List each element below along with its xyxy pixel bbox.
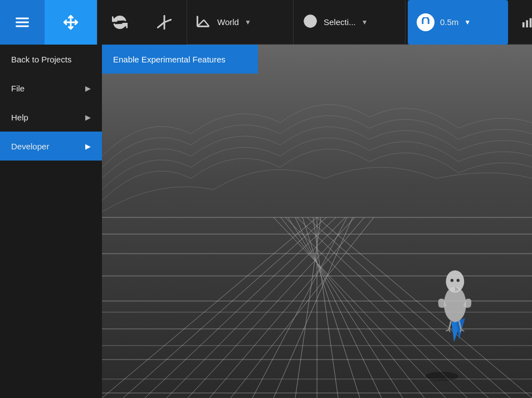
svg-line-8 (197, 20, 204, 27)
move-button[interactable] (45, 0, 97, 45)
menu-item-back[interactable]: Back to Projects (0, 45, 102, 74)
svg-point-55 (446, 270, 464, 293)
svg-point-10 (308, 18, 313, 23)
scene (102, 45, 532, 398)
menu-item-developer[interactable]: Developer ▶ (0, 132, 102, 161)
hamburger-button[interactable] (0, 0, 45, 45)
world-label: World (217, 17, 239, 27)
target-icon (302, 13, 318, 31)
magnet-icon (417, 13, 435, 31)
svg-rect-17 (523, 22, 525, 27)
snap-dropdown[interactable]: 0.5m ▼ (408, 0, 508, 45)
world-chevron: ▼ (245, 18, 251, 26)
svg-line-5 (164, 20, 171, 22)
svg-line-61 (449, 329, 450, 332)
svg-rect-19 (530, 18, 532, 27)
world-dropdown[interactable]: World ▼ (187, 0, 293, 45)
selection-dropdown[interactable]: Selecti... ▼ (294, 0, 405, 45)
file-arrow: ▶ (85, 84, 91, 93)
axis-button[interactable] (142, 0, 187, 45)
help-arrow: ▶ (85, 113, 91, 122)
selection-label: Selecti... (324, 17, 356, 27)
menu-item-file[interactable]: File ▶ (0, 74, 102, 103)
stats-button[interactable]: Stats (510, 0, 532, 45)
svg-point-53 (425, 372, 458, 381)
svg-rect-15 (422, 22, 423, 24)
developer-label: Developer (11, 142, 49, 151)
developer-arrow: ▶ (85, 142, 91, 151)
separator-4 (405, 0, 406, 45)
back-label: Back to Projects (11, 55, 71, 64)
svg-line-62 (461, 329, 464, 331)
coordinate-icon (196, 13, 212, 31)
svg-rect-16 (428, 22, 429, 24)
grid-svg (102, 45, 532, 398)
snap-label: 0.5m (440, 17, 458, 27)
character-figure (426, 231, 482, 342)
svg-rect-18 (526, 20, 528, 27)
enable-experimental-label: Enable Experimental Features (113, 55, 226, 64)
toolbar-right-group: Stats Lit (510, 0, 532, 44)
toolbar: World ▼ Selecti... ▼ (0, 0, 532, 45)
svg-point-56 (451, 279, 453, 281)
viewport-3d[interactable] (102, 45, 532, 398)
selection-chevron: ▼ (362, 18, 368, 26)
developer-submenu: Enable Experimental Features (102, 45, 258, 74)
svg-line-58 (449, 321, 451, 329)
refresh-button[interactable] (97, 0, 142, 45)
menu-item-help[interactable]: Help ▶ (0, 103, 102, 132)
file-label: File (11, 84, 25, 93)
svg-line-4 (158, 22, 164, 27)
help-label: Help (11, 113, 28, 122)
stats-icon (521, 16, 532, 28)
enable-experimental-item[interactable]: Enable Experimental Features (102, 45, 258, 74)
svg-point-57 (457, 279, 460, 281)
snap-chevron: ▼ (464, 18, 471, 26)
sidebar-menu: Back to Projects File ▶ Help ▶ Developer… (0, 45, 102, 161)
svg-line-60 (446, 329, 448, 331)
toolbar-left-group: World ▼ Selecti... ▼ (0, 0, 510, 44)
